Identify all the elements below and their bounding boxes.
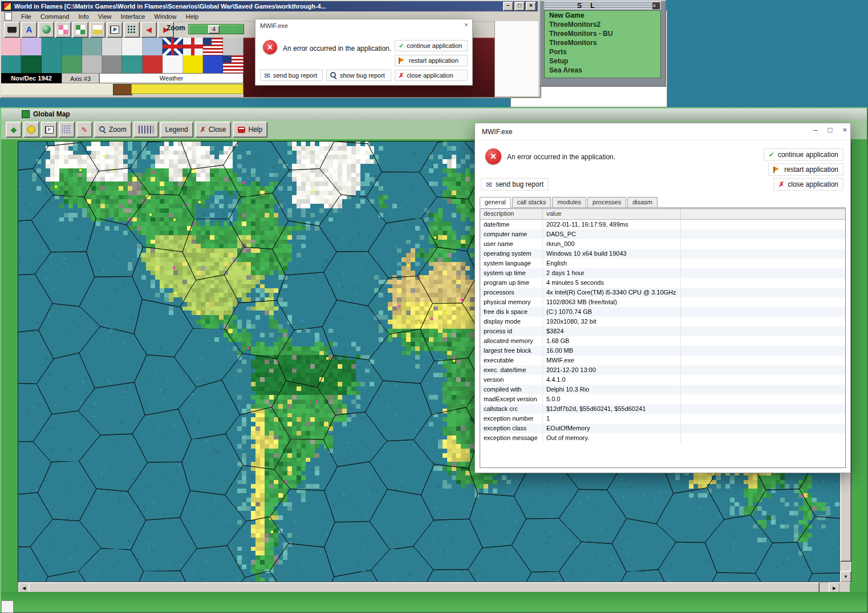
color-tile[interactable] bbox=[42, 55, 62, 73]
flag-button[interactable]: P bbox=[41, 122, 57, 138]
color-tile[interactable] bbox=[183, 55, 203, 73]
globe-button[interactable] bbox=[38, 22, 54, 38]
table-row[interactable]: physical memory1102/8063 MB (free/total) bbox=[480, 297, 845, 307]
grid-button[interactable] bbox=[59, 122, 75, 138]
color-tile[interactable] bbox=[1, 38, 21, 55]
table-row[interactable]: date/time2022-01-11, 16:17:59, 499ms bbox=[480, 220, 845, 229]
maximize-button[interactable] bbox=[514, 2, 525, 11]
maximize-button[interactable] bbox=[828, 126, 833, 134]
color-tile[interactable] bbox=[163, 55, 182, 73]
color-tile[interactable] bbox=[1, 55, 21, 73]
table-row[interactable]: user namerkrun_000 bbox=[480, 239, 845, 249]
scroll-down-button[interactable] bbox=[840, 571, 851, 582]
color-tile[interactable] bbox=[62, 38, 82, 55]
close-map-button[interactable]: Close bbox=[195, 122, 232, 138]
main-title-bar[interactable]: World in Flames [C:\Matrix Games\World i… bbox=[1, 1, 538, 11]
table-row[interactable]: exec. date/time2021-12-20 13:00 bbox=[480, 365, 845, 375]
large-dialog-title-bar[interactable]: MWIF.exe bbox=[475, 123, 850, 140]
game-item[interactable]: ThreeMonitors - BU bbox=[545, 29, 660, 38]
color-tile[interactable] bbox=[122, 55, 142, 73]
close-application-button[interactable]: close application bbox=[395, 70, 468, 81]
color-tile[interactable] bbox=[143, 38, 163, 55]
close-application-button[interactable]: close application bbox=[773, 178, 843, 191]
color-tile[interactable] bbox=[82, 55, 102, 73]
help-button[interactable]: Help bbox=[233, 122, 267, 138]
close-button[interactable] bbox=[526, 2, 536, 11]
green-checker-button[interactable] bbox=[72, 22, 88, 38]
table-row[interactable]: callstack crc$12df7b2d, $55d60241, $55d6… bbox=[480, 404, 845, 414]
units-button[interactable] bbox=[124, 22, 140, 38]
zoom-slider-thumb[interactable]: 4 bbox=[208, 25, 220, 34]
table-row[interactable]: system languageEnglish bbox=[480, 259, 845, 268]
minimize-button[interactable] bbox=[813, 126, 817, 134]
flag-p-button[interactable]: P bbox=[107, 22, 123, 38]
menu-interface[interactable]: Interface bbox=[116, 13, 150, 21]
send-bug-report-button[interactable]: send bug report bbox=[260, 70, 323, 81]
menu-command[interactable]: Command bbox=[36, 13, 74, 21]
color-tile[interactable] bbox=[102, 55, 122, 73]
map-title-bar[interactable]: Global Map bbox=[1, 108, 867, 120]
table-row[interactable]: free dis k space(C:) 1070.74 GB bbox=[480, 307, 845, 317]
legend-button[interactable]: Legend bbox=[160, 122, 193, 138]
weather-field[interactable]: Weather bbox=[99, 73, 244, 83]
table-row[interactable]: computer nameDADS_PC bbox=[480, 229, 845, 239]
tab-modules[interactable]: modules bbox=[552, 197, 586, 207]
yellow-checker-button[interactable] bbox=[90, 22, 106, 38]
table-row[interactable]: display mode1920x1080, 32 bit bbox=[480, 317, 845, 326]
table-row[interactable]: executableMWIF.exe bbox=[480, 356, 845, 365]
marker-button[interactable] bbox=[23, 122, 39, 138]
color-tile[interactable] bbox=[82, 38, 102, 55]
table-row[interactable]: process id$3824 bbox=[480, 326, 845, 336]
send-bug-report-button[interactable]: send bug report bbox=[481, 178, 549, 191]
color-tile[interactable] bbox=[122, 38, 142, 55]
table-row[interactable]: system up time2 days 1 hour bbox=[480, 268, 845, 278]
resize-grip[interactable] bbox=[1, 600, 14, 613]
units-strip-button[interactable] bbox=[133, 122, 159, 138]
game-item[interactable]: Setup bbox=[545, 57, 660, 66]
restart-application-button[interactable]: restart application bbox=[395, 55, 468, 66]
color-tile[interactable] bbox=[102, 38, 122, 55]
game-item[interactable]: ThreeMonitors bbox=[545, 38, 660, 47]
flag-uk-tile[interactable] bbox=[163, 38, 182, 55]
close-icon[interactable]: × bbox=[652, 2, 660, 9]
continue-application-button[interactable]: continue application bbox=[395, 40, 468, 51]
game-item[interactable]: Sea Areas bbox=[545, 66, 660, 75]
game-item[interactable]: ThreeMonitors2 bbox=[545, 20, 660, 29]
table-row[interactable]: allocated memory1.68 GB bbox=[480, 336, 845, 346]
table-row[interactable]: exception messageOut of memory. bbox=[480, 433, 845, 443]
color-tile[interactable] bbox=[223, 38, 243, 55]
table-row[interactable]: version4.4.1.0 bbox=[480, 375, 845, 385]
table-row[interactable]: processors4x Intel(R) Core(TM) i5-3340 C… bbox=[480, 288, 845, 297]
menu-info[interactable]: Info bbox=[74, 13, 93, 21]
table-row[interactable]: largest free block16.00 MB bbox=[480, 346, 845, 356]
table-row[interactable]: operating systemWindows 10 x64 build 190… bbox=[480, 249, 845, 259]
draw-button[interactable]: ✎ bbox=[76, 122, 92, 138]
tab-disasm[interactable]: disasm bbox=[627, 197, 658, 207]
color-tile[interactable] bbox=[21, 38, 41, 55]
zoom-slider[interactable]: 4 bbox=[188, 24, 244, 34]
show-bug-report-button[interactable]: show bug report bbox=[326, 70, 391, 81]
color-tile[interactable] bbox=[62, 55, 82, 73]
continue-application-button[interactable]: continue application bbox=[764, 148, 843, 161]
menu-view[interactable]: View bbox=[94, 13, 116, 21]
flag-cross-tile[interactable] bbox=[183, 38, 203, 55]
minimize-button[interactable] bbox=[503, 2, 513, 11]
close-button[interactable] bbox=[842, 126, 847, 134]
restart-application-button[interactable]: restart application bbox=[768, 163, 843, 176]
color-tile[interactable] bbox=[21, 55, 41, 73]
table-row[interactable]: program up time4 minutes 5 seconds bbox=[480, 278, 845, 288]
flag-us-tile[interactable] bbox=[203, 38, 223, 55]
horizontal-scrollbar[interactable] bbox=[18, 582, 841, 593]
saved-games-title-bar[interactable]: S L × bbox=[544, 1, 661, 10]
text-a-button[interactable]: A bbox=[21, 22, 37, 38]
table-row[interactable]: compiled withDelphi 10.3 Rio bbox=[480, 385, 845, 394]
table-row[interactable]: exception classEOutOfMemory bbox=[480, 424, 845, 433]
color-tile[interactable] bbox=[143, 55, 163, 73]
close-icon[interactable]: × bbox=[464, 21, 468, 29]
train-button[interactable] bbox=[4, 22, 20, 38]
flag-us-tile[interactable] bbox=[223, 55, 243, 73]
table-row[interactable]: madExcept version5.0.0 bbox=[480, 394, 845, 404]
menu-help[interactable]: Help bbox=[181, 13, 203, 21]
tab-general[interactable]: general bbox=[480, 197, 511, 208]
color-tile[interactable] bbox=[42, 38, 62, 55]
